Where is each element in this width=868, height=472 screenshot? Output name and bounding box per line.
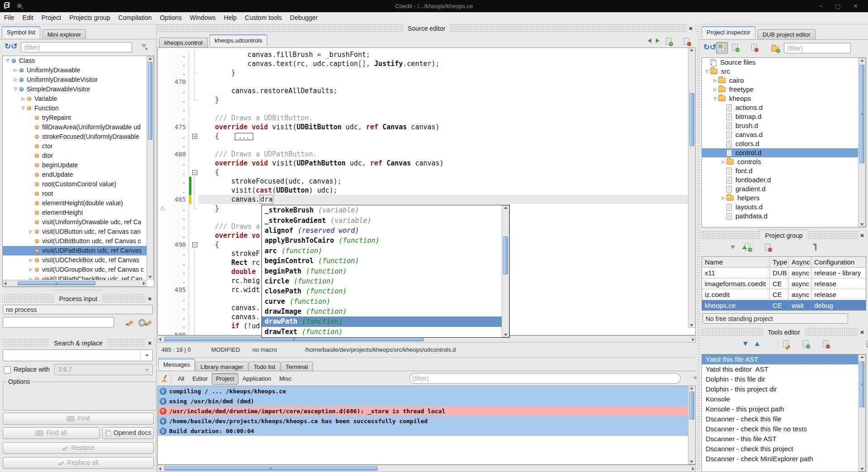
window-controls[interactable]: − ▢ ✕: [819, 0, 863, 12]
symbol-item[interactable]: strokeFocused(UniformlyDrawable: [3, 132, 154, 142]
message-row[interactable]: i/home/basile/dev/projects/kheops/kheops…: [158, 416, 688, 426]
replace-with-checkbox[interactable]: [4, 366, 11, 373]
fold-collapse-icon[interactable]: −: [192, 170, 197, 175]
collapse-icon[interactable]: ▽: [5, 56, 11, 66]
completion-item[interactable]: beginControl(function): [262, 256, 502, 266]
symbol-item[interactable]: ctor: [3, 142, 154, 151]
code-line[interactable]: 480 /// Draws a UDPathButton.: [158, 150, 688, 159]
previous-tab-icon[interactable]: [648, 38, 651, 43]
file-item[interactable]: fontloader.d: [702, 175, 866, 184]
symbol-item[interactable]: ▷visit(UDButton udc, ref Canvas can: [3, 227, 154, 236]
expand-icon[interactable]: ▷: [28, 227, 34, 236]
opened-docs-button[interactable]: Opened docs: [102, 427, 154, 439]
symbol-item[interactable]: fillDrawArea(UniformlyDrawable ud: [3, 123, 154, 132]
code-line[interactable]: 475 override void visit(UDBitButton udc,…: [158, 123, 688, 132]
close-tools-editor-icon[interactable]: ✕: [858, 328, 866, 337]
close-project-group-icon[interactable]: ✕: [858, 231, 866, 240]
code-line[interactable]: . visit(cast(UDButton) udc);: [158, 186, 688, 195]
completion-item[interactable]: closePath(function): [262, 286, 502, 296]
add-tool-icon[interactable]: [803, 340, 808, 347]
file-item[interactable]: pathdata.d: [702, 212, 866, 221]
menu-help[interactable]: Help: [220, 12, 241, 24]
tool-item[interactable]: Dolphin - this file dir: [702, 374, 866, 384]
refresh-project-icon[interactable]: ↻↺: [703, 43, 716, 52]
tab-mini-explorer[interactable]: Mini explorer: [43, 29, 86, 39]
expand-icon[interactable]: ▷: [12, 66, 19, 75]
symbol-item[interactable]: elementHeight: [3, 208, 154, 217]
symbol-item[interactable]: tryRepaint: [3, 113, 154, 123]
new-document-icon[interactable]: [666, 38, 671, 45]
symbol-tree-vscrollbar[interactable]: [147, 56, 154, 279]
file-item[interactable]: font.d: [702, 166, 866, 175]
close-document-icon[interactable]: [684, 38, 689, 45]
project-row[interactable]: iz.coeditCEasyncrelease: [702, 289, 866, 300]
completion-item[interactable]: drawPath(function): [262, 316, 502, 326]
code-line[interactable]: .+ { ...: [158, 132, 688, 141]
project-row[interactable]: kheops.ceCEwaitdebug: [702, 300, 866, 311]
refresh-symbols-icon[interactable]: ↻↺: [5, 42, 18, 51]
move-tool-down-icon[interactable]: [743, 342, 748, 346]
expand-icon[interactable]: ▷: [28, 265, 34, 274]
code-line[interactable]: 485 canvas.dra: [158, 195, 688, 204]
code-line[interactable]: .: [158, 141, 688, 150]
symbol-item[interactable]: ▽Function: [3, 104, 154, 113]
symbol-item[interactable]: ▽SimpleDrawableVisitor: [3, 85, 154, 94]
filter-misc-button[interactable]: Misc: [275, 373, 296, 385]
expand-icon[interactable]: ▷: [28, 255, 34, 265]
project-filter-input[interactable]: [784, 43, 851, 53]
column-header-configuration[interactable]: Configuration: [811, 257, 863, 267]
symbol-item[interactable]: ▷Variable: [3, 94, 154, 104]
add-folder-icon[interactable]: [771, 46, 778, 52]
collapse-icon[interactable]: ▽: [712, 94, 718, 103]
message-row[interactable]: !/usr/include/dmd/druntime/import/core/e…: [158, 406, 688, 416]
completion-item[interactable]: _strokeBrush(variable): [262, 205, 502, 215]
left-splitter-handle[interactable]: [52, 289, 102, 292]
menu-file[interactable]: File: [0, 12, 19, 24]
code-line[interactable]: .− {: [158, 168, 688, 177]
expand-icon[interactable]: ▷: [712, 85, 718, 94]
tab-project-inspector[interactable]: Project inspector: [702, 26, 755, 38]
edit-tool-icon[interactable]: [783, 340, 788, 347]
menu-options[interactable]: Options: [156, 12, 185, 24]
fold-collapse-icon[interactable]: −: [192, 242, 197, 247]
send-input-pin-icon[interactable]: [145, 319, 152, 326]
collapse-icon[interactable]: ▽: [12, 85, 19, 94]
tool-item[interactable]: Yatol this editor AST: [702, 364, 866, 374]
completion-vscrollbar[interactable]: [502, 205, 509, 337]
expand-icon[interactable]: ▷: [20, 94, 26, 104]
symbol-item[interactable]: visit(UDBitButton udc, ref Canvas c: [3, 236, 154, 246]
completion-item[interactable]: drawText(function): [262, 327, 502, 337]
symbol-filter-input[interactable]: [21, 42, 132, 52]
expand-icon[interactable]: ▷: [12, 75, 19, 85]
filter-editor-button[interactable]: Editor: [188, 373, 212, 385]
symbol-item[interactable]: ▷UniformlyDrawableVisitor: [3, 75, 154, 85]
clone-tool-icon[interactable]: [866, 341, 868, 348]
project-row[interactable]: x11DUBasyncrelease - library: [702, 268, 866, 278]
tab-kheops-udcontrols[interactable]: kheops.udcontrols: [209, 34, 267, 46]
file-item[interactable]: actions.d: [702, 103, 866, 112]
remove-file-icon[interactable]: [751, 44, 757, 51]
send-input-icon[interactable]: [126, 319, 133, 326]
filter-all-button[interactable]: All: [174, 373, 188, 385]
files-tree-vscrollbar[interactable]: ≡: [858, 58, 866, 227]
tool-item[interactable]: Dscanner - check this file: [702, 414, 866, 424]
code-line[interactable]: . canvas.fillBrush = _brushFont;: [158, 50, 688, 59]
file-item[interactable]: canvas.d: [702, 130, 866, 139]
tools-list-vscrollbar[interactable]: ≡: [858, 354, 866, 472]
remove-tool-icon[interactable]: [823, 340, 828, 347]
file-item[interactable]: colors.d: [702, 139, 866, 148]
column-header-name[interactable]: Name: [702, 257, 770, 267]
symbol-item[interactable]: visit(UniformlyDrawable udc, ref Ca: [3, 217, 154, 227]
completion-item[interactable]: arc(function): [262, 246, 502, 256]
file-item[interactable]: ▽kheops: [702, 94, 866, 103]
center-right-splitter[interactable]: [697, 24, 700, 472]
message-row[interactable]: icompiling / ... /kheops/kheops.ce: [158, 386, 688, 396]
process-input-field[interactable]: [3, 317, 114, 328]
chevron-down-icon[interactable]: [145, 354, 149, 359]
completion-item[interactable]: circle(function): [262, 276, 502, 286]
menu-edit[interactable]: Edit: [19, 12, 38, 24]
code-line[interactable]: .: [158, 104, 688, 113]
symbol-item[interactable]: endUpdate: [3, 170, 154, 179]
menu-projects-group[interactable]: Projects group: [65, 12, 114, 24]
symbol-item[interactable]: ▷visit(UDGroupBox udc, ref Canvas c: [3, 265, 154, 274]
